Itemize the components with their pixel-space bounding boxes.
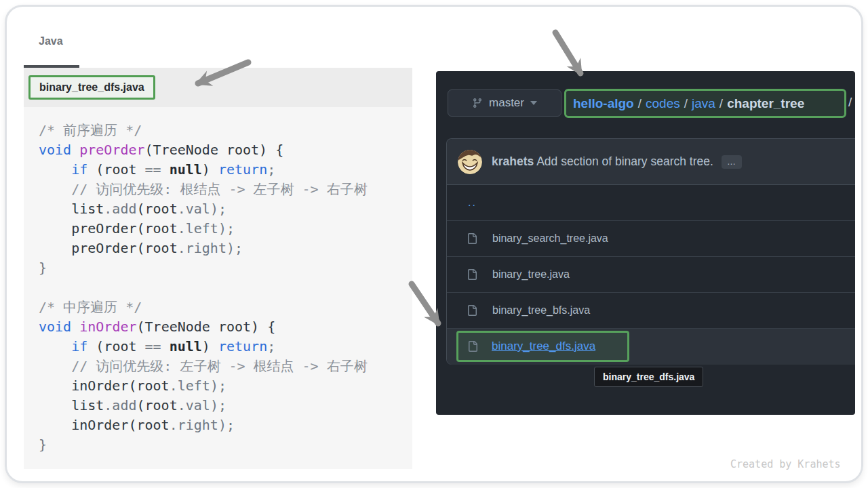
file-link[interactable]: binary_search_tree.java <box>492 232 608 245</box>
commit-more-button[interactable]: … <box>722 155 742 169</box>
code-line: list.add(root.val); <box>39 396 412 415</box>
file-icon <box>467 305 477 316</box>
code-line: void inOrder(TreeNode root) { <box>39 317 412 337</box>
code-line: if (root == null) return; <box>39 160 412 180</box>
breadcrumb-trailing-slash: / <box>848 95 852 110</box>
code-line: // 访问优先级: 左子树 -> 根结点 -> 右子树 <box>39 357 412 376</box>
code-line: if (root == null) return; <box>39 337 412 357</box>
breadcrumb-item-java[interactable]: java <box>692 96 715 111</box>
code-line: } <box>39 435 412 455</box>
code-line: /* 前序遍历 */ <box>39 121 412 140</box>
commit-message-line: krahets Add section of binary search tre… <box>492 155 713 169</box>
file-link[interactable]: binary_tree_bfs.java <box>492 304 590 317</box>
breadcrumb-item-hello-algo[interactable]: hello-algo <box>573 96 634 111</box>
breadcrumb-separator: / <box>680 96 692 111</box>
code-line: // 访问优先级: 根结点 -> 左子树 -> 右子树 <box>39 180 412 199</box>
breadcrumb-separator: / <box>715 96 727 111</box>
file-row[interactable]: binary_tree_dfs.java <box>447 329 855 365</box>
tooltip: binary_tree_dfs.java <box>594 367 703 387</box>
code-line: void preOrder(TreeNode root) { <box>39 140 412 160</box>
breadcrumb-item-chapter_tree: chapter_tree <box>727 96 804 111</box>
code-line: list.add(root.val); <box>39 199 412 219</box>
arrow-to-file-row <box>412 284 438 323</box>
tooltip-text: binary_tree_dfs.java <box>603 371 694 382</box>
code-line: } <box>39 258 412 278</box>
chevron-down-icon <box>530 101 537 105</box>
code-line: preOrder(root.right); <box>39 239 412 258</box>
branch-selector-button[interactable]: master <box>448 89 561 117</box>
code-block: /* 前序遍历 */void preOrder(TreeNode root) {… <box>24 107 412 469</box>
breadcrumb-separator: / <box>634 96 646 111</box>
file-icon <box>467 269 477 280</box>
credit-text: Created by Krahets <box>730 458 841 470</box>
arrow-to-breadcrumb <box>555 33 580 73</box>
file-row[interactable]: binary_tree_bfs.java <box>447 293 855 329</box>
code-line: preOrder(root.left); <box>39 219 412 239</box>
file-row[interactable]: .. <box>447 185 855 221</box>
file-row[interactable]: binary_search_tree.java <box>447 221 855 257</box>
file-icon <box>467 341 478 352</box>
file-row[interactable]: binary_tree.java <box>447 257 855 293</box>
commit-author[interactable]: krahets <box>492 155 534 168</box>
breadcrumb: hello-algo/codes/java/chapter_tree <box>564 89 846 118</box>
branch-name: master <box>489 96 524 110</box>
filename-highlight-box: binary_tree_dfs.java <box>28 75 155 100</box>
code-title-bar: binary_tree_dfs.java <box>24 68 412 108</box>
latest-commit-row: krahets Add section of binary search tre… <box>447 139 855 185</box>
tab-java[interactable]: Java <box>39 35 63 47</box>
code-line: /* 中序遍历 */ <box>39 298 412 317</box>
git-branch-icon <box>472 98 483 108</box>
file-rows: ..binary_search_tree.javabinary_tree.jav… <box>447 185 855 365</box>
file-link[interactable]: binary_tree.java <box>492 268 570 281</box>
filename-label: binary_tree_dfs.java <box>39 81 144 94</box>
github-file-browser: master hello-algo/codes/java/chapter_tre… <box>436 71 855 415</box>
file-highlight-box: binary_tree_dfs.java <box>456 331 629 362</box>
breadcrumb-item-codes[interactable]: codes <box>646 96 680 111</box>
code-line: inOrder(root.right); <box>39 415 412 435</box>
file-list-box: krahets Add section of binary search tre… <box>446 138 855 365</box>
avatar[interactable] <box>458 150 482 174</box>
code-line <box>39 278 412 298</box>
file-link[interactable]: binary_tree_dfs.java <box>492 340 595 353</box>
file-icon <box>467 233 477 244</box>
parent-directory-link[interactable]: .. <box>468 197 477 209</box>
code-line: inOrder(root.left); <box>39 376 412 396</box>
commit-message: Add section of binary search tree. <box>536 155 713 168</box>
